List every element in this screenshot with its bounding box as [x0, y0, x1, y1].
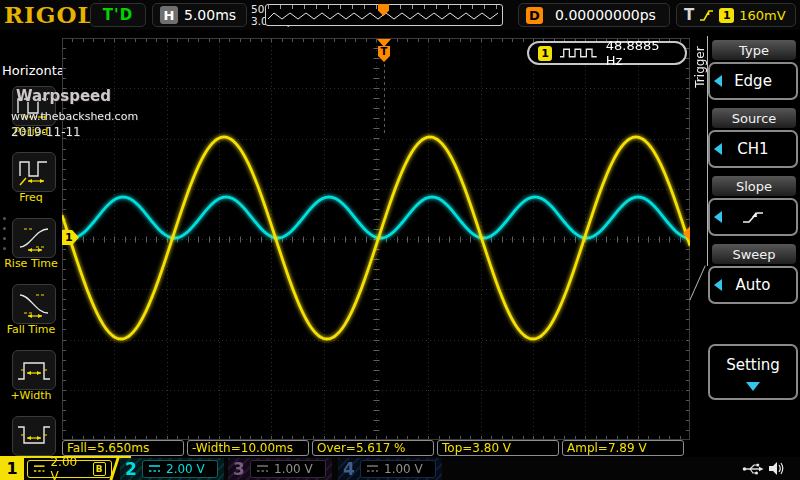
- measure-pos-width-button[interactable]: [12, 350, 56, 390]
- measurement-amplitude: Ampl=7.89 V: [562, 440, 684, 456]
- freq-icon: [16, 158, 52, 186]
- rise-time-icon: [16, 224, 52, 252]
- trigger-status-text: T'D: [103, 6, 133, 24]
- down-arrow-icon: [746, 382, 760, 391]
- rising-slope-icon: [699, 9, 714, 22]
- menu-page-indicator: [3, 217, 6, 250]
- memory-position-bar[interactable]: [265, 4, 503, 26]
- measure-pos-width-label: +Width: [0, 389, 62, 402]
- dc-coupling-icon: [256, 464, 269, 474]
- measure-rise-time-button[interactable]: [12, 218, 56, 258]
- graticule-canvas: [62, 38, 690, 440]
- measure-rise-time-label: Rise Time: [0, 257, 62, 270]
- ch3-number: 3: [233, 458, 245, 480]
- trigger-position-marker[interactable]: T: [376, 39, 392, 63]
- trigger-letter: T: [684, 6, 694, 24]
- trigger-level-value: 160mV: [739, 8, 785, 23]
- trigger-slope-button[interactable]: [708, 198, 798, 236]
- left-arrow-icon: [714, 211, 722, 223]
- dc-coupling-icon: [366, 464, 379, 474]
- ch3-scale: 1.00 V: [274, 462, 313, 476]
- dc-coupling-icon: [148, 464, 161, 474]
- bandwidth-limit-badge: B: [93, 462, 106, 476]
- delay-value: 0.00000000ps: [555, 7, 656, 23]
- square-wave-icon: [559, 46, 599, 60]
- trigger-source-value: CH1: [737, 140, 768, 158]
- measurement-fall: Fall=5.650ms: [62, 440, 184, 456]
- dc-coupling-icon: [33, 464, 45, 474]
- trigger-type-button[interactable]: Edge: [708, 62, 798, 100]
- trigger-tab-label: Trigger: [693, 37, 707, 97]
- watermark-line3: 2019-11-11: [11, 125, 81, 139]
- channel2-status[interactable]: 2 2.00 V: [120, 458, 224, 480]
- ch1-number: 1: [0, 458, 24, 480]
- rising-slope-icon: [741, 210, 765, 225]
- channel1-status[interactable]: 1 2.00 V B: [0, 458, 116, 480]
- timebase-box[interactable]: H 5.00ms: [152, 3, 247, 27]
- freq-counter-channel-chip: 1: [538, 46, 552, 61]
- delay-box[interactable]: D 0.00000000ps: [518, 3, 670, 27]
- measure-fall-time-label: Fall Time: [0, 323, 62, 336]
- trigger-type-label: Type: [712, 40, 796, 60]
- usb-icon: [742, 463, 764, 475]
- trigger-source-chip: 1: [719, 8, 734, 23]
- channel4-status[interactable]: 4 1.00 V: [338, 458, 442, 480]
- measure-freq-label: Freq: [0, 191, 62, 204]
- ch3-scale-box: 1.00 V: [250, 460, 326, 478]
- frequency-counter: 1 48.8885 Hz: [527, 41, 687, 65]
- ch4-number: 4: [343, 458, 355, 480]
- watermark-line1: Warpspeed: [16, 87, 111, 105]
- speaker-icon: [768, 461, 785, 476]
- ch1-scale-box: 2.00 V B: [27, 460, 112, 478]
- ch4-scale: 1.00 V: [384, 462, 423, 476]
- trigger-position-letter: T: [378, 46, 390, 62]
- oscilloscope-screen: RIGOL T'D H 5.00ms 50.0MSa/s 3.00M pts D…: [0, 0, 800, 480]
- ch4-scale-box: 1.00 V: [360, 460, 436, 478]
- timebase-value: 5.00ms: [184, 7, 236, 23]
- ch2-scale-box: 2.00 V: [142, 460, 218, 478]
- measure-freq-button[interactable]: [12, 152, 56, 192]
- pos-width-icon: [16, 356, 52, 384]
- trigger-source-label: Source: [712, 108, 796, 128]
- trigger-info-box[interactable]: T 1 160mV: [676, 3, 796, 27]
- measure-fall-time-button[interactable]: [12, 284, 56, 324]
- measure-neg-width-button[interactable]: [12, 416, 56, 456]
- trigger-sweep-button[interactable]: Auto: [708, 266, 798, 304]
- left-arrow-icon: [714, 143, 722, 155]
- trigger-slope-label: Slope: [712, 176, 796, 196]
- ch2-number: 2: [125, 458, 137, 480]
- top-status-bar: RIGOL T'D H 5.00ms 50.0MSa/s 3.00M pts D…: [0, 0, 800, 30]
- channel3-status[interactable]: 3 1.00 V: [228, 458, 332, 480]
- trigger-tab-diagonal: [689, 265, 705, 300]
- left-arrow-icon: [714, 279, 722, 291]
- left-arrow-icon: [714, 75, 722, 87]
- trigger-source-button[interactable]: CH1: [708, 130, 798, 168]
- measurement-neg-width: -Width=10.00ms: [187, 440, 309, 456]
- trigger-position-arrow-icon: [377, 39, 391, 47]
- fall-time-icon: [16, 290, 52, 318]
- measurement-top: Top=3.80 V: [437, 440, 559, 456]
- trigger-setting-button[interactable]: Setting: [708, 344, 798, 400]
- trigger-setting-label: Setting: [726, 356, 780, 374]
- neg-width-icon: [16, 422, 52, 450]
- ch2-scale: 2.00 V: [166, 462, 205, 476]
- trigger-menu-panel: Trigger Type Edge Source CH1 Slope Sweep…: [690, 30, 800, 455]
- rigol-logo: RIGOL: [4, 1, 95, 28]
- trigger-sweep-label: Sweep: [712, 244, 796, 264]
- watermark-line2: www.thebackshed.com: [11, 110, 138, 123]
- left-menu-title: Horizontal: [2, 63, 68, 78]
- trigger-type-value: Edge: [734, 72, 772, 90]
- measurement-overshoot: Over=5.617 %: [312, 440, 434, 456]
- horizontal-chip: H: [160, 6, 178, 24]
- freq-counter-value: 48.8885 Hz: [606, 38, 676, 68]
- trigger-sweep-value: Auto: [736, 276, 771, 294]
- trigger-status-badge: T'D: [90, 3, 146, 27]
- delay-chip: D: [526, 7, 543, 24]
- ch1-scale: 2.00 V: [50, 455, 87, 480]
